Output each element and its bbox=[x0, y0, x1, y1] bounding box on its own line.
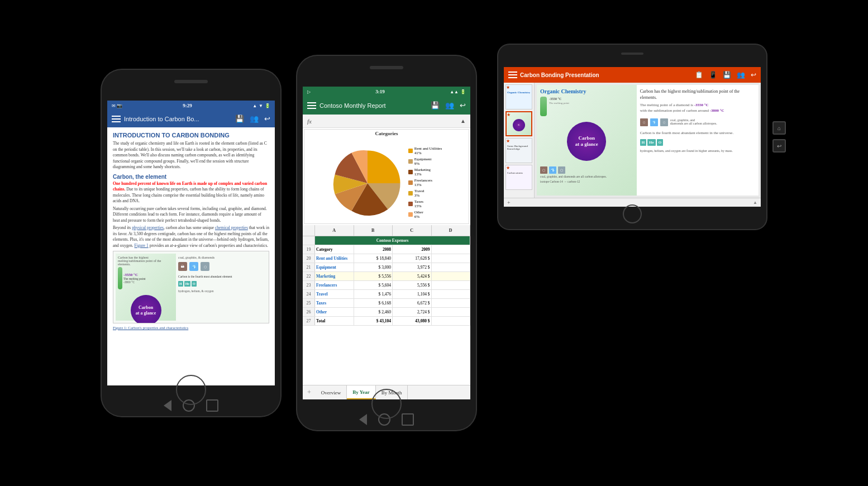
word-para1: The study of organic chemistry and life … bbox=[113, 141, 269, 170]
cell-21a: Equipment bbox=[315, 263, 354, 271]
legend-label-marketing: Marketing13% bbox=[414, 168, 431, 177]
ppt-save-icon[interactable]: 💾 bbox=[723, 71, 731, 79]
slide-3-badge: ★ bbox=[506, 139, 510, 144]
legend-dot-other bbox=[408, 212, 413, 217]
cell-19d bbox=[432, 245, 471, 254]
infographic-right: coal, graphite, & diamonds 🏔 💎 ⬡ Carbon … bbox=[176, 254, 266, 321]
elements-label: hydrogen, helium, & oxygen bbox=[178, 289, 264, 293]
recents-nav-btn-c[interactable] bbox=[402, 413, 414, 426]
word-toolbar[interactable]: Introduction to Carbon Bo... 💾 👥 ↩ bbox=[107, 111, 275, 127]
excel-save-icon[interactable]: 💾 bbox=[431, 101, 440, 110]
slide-thumb-3[interactable]: ★ Some Background Knowledge bbox=[505, 138, 532, 163]
home-nav-btn[interactable] bbox=[183, 399, 195, 412]
tab-by-month[interactable]: By Month bbox=[376, 385, 408, 399]
cell-19a: Category bbox=[315, 245, 354, 254]
legend-other: Other6% bbox=[408, 210, 442, 219]
signal-icon: ▲ bbox=[252, 103, 257, 108]
menu-button[interactable] bbox=[112, 116, 121, 122]
cell-20b: $ 18,840 bbox=[354, 254, 393, 263]
cell-19b: 2008 bbox=[354, 245, 393, 254]
back-nav-btn-c[interactable] bbox=[359, 414, 367, 425]
cell-20c: 17,628 $ bbox=[393, 254, 432, 263]
excel-back-icon[interactable]: ↩ bbox=[460, 101, 466, 110]
tab-by-year[interactable]: By Year bbox=[347, 385, 375, 399]
slide-thumb-4[interactable]: ★ Carbon atoms bbox=[505, 165, 532, 190]
legend-dot-marketing bbox=[408, 170, 413, 174]
tablet-nav-back[interactable]: ↩ bbox=[772, 139, 786, 153]
share-icon[interactable]: 👥 bbox=[250, 115, 259, 123]
formula-collapse-icon[interactable]: ▲ bbox=[460, 118, 466, 124]
col-header-b: B bbox=[354, 225, 393, 236]
home-nav-btn-c[interactable] bbox=[378, 413, 390, 426]
word-toolbar-icons: 💾 👥 ↩ bbox=[235, 115, 270, 123]
word-subheading1: Carbon, the element bbox=[113, 174, 269, 180]
tablet-nav-home[interactable]: ⌂ bbox=[772, 121, 786, 135]
word-header-left: Introduction to Carbon Bo... bbox=[112, 116, 199, 122]
word-para3: Naturally occurring pure carbon takes se… bbox=[113, 206, 269, 224]
legend-label-travel: Travel3% bbox=[414, 189, 425, 198]
add-slide-button[interactable]: + bbox=[507, 199, 511, 206]
status-right-icons: ▲ ▼ 🔋 bbox=[252, 103, 270, 108]
rn-27: 27 bbox=[303, 317, 315, 325]
excel-menu-button[interactable] bbox=[307, 102, 316, 109]
recents-nav-btn[interactable] bbox=[206, 399, 218, 412]
ppt-right-text1: Carbon has the highest melting/sublimati… bbox=[640, 88, 755, 101]
tablet-powerpoint: Carbon Bonding Presentation 📋 📱 💾 👥 ↩ ★ … bbox=[498, 45, 766, 229]
excel-toolbar[interactable]: Contoso Monthly Report 💾 👥 ↩ bbox=[303, 97, 470, 115]
rn-20: 20 bbox=[303, 254, 315, 263]
back-nav-btn[interactable] bbox=[164, 400, 171, 411]
ppt-menu-button[interactable] bbox=[508, 72, 517, 78]
row-20: 20 Rent and Utilities $ 18,840 17,628 $ bbox=[303, 254, 470, 263]
battery-icon: 🔋 bbox=[265, 103, 270, 108]
element-he: He bbox=[647, 139, 656, 146]
back-icon[interactable]: ↩ bbox=[264, 115, 270, 123]
cell-25b: $ 6,168 bbox=[354, 299, 393, 307]
excel-tabs[interactable]: + Overview By Year By Month bbox=[303, 385, 470, 399]
ppt-back-icon[interactable]: ↩ bbox=[751, 71, 756, 79]
legend-label-equipment: Equipment9% bbox=[414, 157, 432, 166]
cell-22b: $ 5,556 bbox=[354, 272, 393, 280]
cell-22c: 5,424 $ bbox=[393, 272, 432, 280]
ppt-carbon-circle: Carbonat a glance bbox=[567, 122, 606, 161]
save-icon[interactable]: 💾 bbox=[235, 115, 244, 123]
ppt-elements-text: Carbon is the fourth most abundant eleme… bbox=[640, 131, 755, 135]
row-26: 26 Other $ 2,460 2,724 $ bbox=[303, 308, 470, 317]
cell-21b: $ 3,000 bbox=[354, 263, 393, 271]
infographic-inner: Carbon has the highest melting/sublimati… bbox=[116, 254, 266, 321]
scroll-up-icon[interactable]: ▲ bbox=[753, 200, 757, 205]
rn-24: 24 bbox=[303, 290, 315, 298]
coal-text: coal, graphite, & diamonds bbox=[178, 256, 264, 259]
slide-thumb-2[interactable]: ★ C bbox=[505, 111, 532, 136]
word-status-bar: ✉ 📷 9:29 ▲ ▼ 🔋 bbox=[107, 101, 275, 111]
excel-share-icon[interactable]: 👥 bbox=[445, 101, 454, 110]
legend-dot-travel bbox=[408, 191, 413, 196]
phone-excel: ▷ 3:19 ▲▲ 🔋 Contoso Monthly Report 💾 👥 ↩ bbox=[297, 56, 476, 430]
ppt-content: ★ Organic Chemistry ★ C ★ Some Backgroun… bbox=[504, 83, 761, 198]
legend-equipment: Equipment9% bbox=[408, 157, 442, 166]
fx-icon: fx bbox=[307, 118, 312, 125]
tab-overview[interactable]: Overview bbox=[316, 385, 347, 399]
cell-25c: 6,672 $ bbox=[393, 299, 432, 307]
ppt-slide-right: Carbon has the highest melting/sublimati… bbox=[637, 85, 759, 196]
cell-27a: Total bbox=[315, 317, 354, 325]
formula-bar[interactable]: fx ▲ bbox=[303, 115, 470, 128]
carbon-circle: Carbon at a glance bbox=[131, 295, 161, 323]
legend-taxes: Taxes15% bbox=[408, 199, 442, 208]
tablet-side-nav: ⌂ ↩ bbox=[772, 121, 786, 153]
excel-status-bar: ▷ 3:19 ▲▲ 🔋 bbox=[303, 87, 470, 97]
pie-legend: Rent and Utilities41% Equipment9% Market… bbox=[408, 146, 442, 221]
ppt-share-icon[interactable]: 👥 bbox=[737, 71, 745, 79]
word-para4: Beyond its physical properties, carbon a… bbox=[113, 225, 269, 249]
ppt-bottom-text: hydrogen, helium, and oxygen are found i… bbox=[640, 149, 755, 153]
row-21: 21 Equipment $ 3,000 3,972 $ bbox=[303, 263, 470, 272]
add-sheet-button[interactable]: + bbox=[303, 385, 316, 399]
ppt-notes-icon[interactable]: 📋 bbox=[695, 71, 703, 79]
excel-status-time: 3:19 bbox=[375, 89, 385, 94]
ppt-header[interactable]: Carbon Bonding Presentation 📋 📱 💾 👥 ↩ bbox=[504, 67, 761, 83]
legend-label-freelancers: Freelancers13% bbox=[414, 178, 432, 187]
ppt-screen: Carbon Bonding Presentation 📋 📱 💾 👥 ↩ ★ … bbox=[504, 67, 761, 207]
ppt-present-icon[interactable]: 📱 bbox=[709, 71, 717, 79]
infographic-left: Carbon has the highest melting/sublimati… bbox=[116, 254, 176, 321]
cell-20d bbox=[432, 254, 471, 263]
slide-thumb-1[interactable]: ★ Organic Chemistry bbox=[505, 84, 532, 109]
